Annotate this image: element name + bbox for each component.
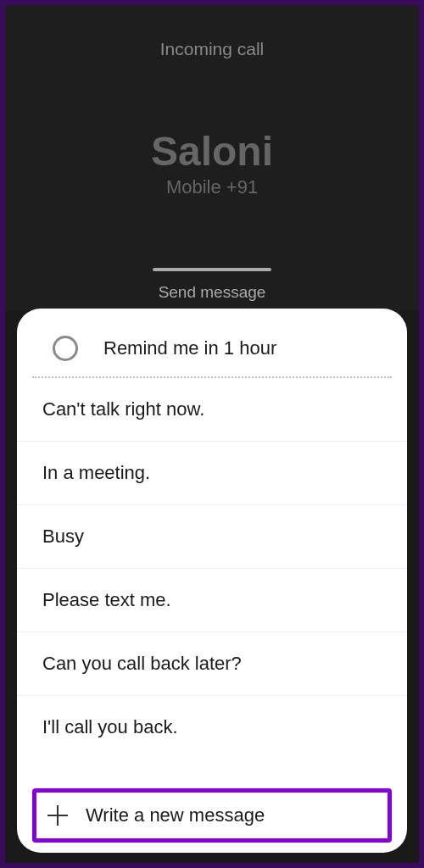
- quick-reply-item[interactable]: In a meeting.: [17, 442, 407, 505]
- quick-reply-item[interactable]: I'll call you back.: [17, 696, 407, 759]
- sheet-drag-handle[interactable]: [153, 268, 271, 271]
- quick-reply-item[interactable]: Busy: [17, 505, 407, 569]
- send-message-label: Send message: [5, 283, 419, 302]
- remind-option[interactable]: Remind me in 1 hour: [17, 326, 407, 376]
- quick-reply-sheet: Remind me in 1 hour Can't talk right now…: [17, 309, 407, 853]
- quick-replies-list: Can't talk right now. In a meeting. Busy…: [17, 378, 407, 826]
- caller-name: Saloni: [5, 128, 419, 175]
- app-frame: Incoming call Saloni Mobile +91 Send mes…: [0, 0, 424, 868]
- caller-number: Mobile +91: [5, 176, 419, 198]
- phone-screen: Incoming call Saloni Mobile +91 Send mes…: [5, 5, 419, 863]
- incoming-call-label: Incoming call: [5, 39, 419, 59]
- quick-reply-item[interactable]: Please text me.: [17, 569, 407, 632]
- quick-reply-item[interactable]: Can't talk right now.: [17, 378, 407, 442]
- remind-label: Remind me in 1 hour: [103, 337, 276, 359]
- write-new-message-button[interactable]: Write a new message: [32, 788, 392, 843]
- radio-unchecked-icon: [53, 336, 78, 361]
- write-new-label: Write a new message: [86, 804, 265, 826]
- quick-reply-item[interactable]: Can you call back later?: [17, 632, 407, 696]
- plus-icon: [47, 804, 69, 826]
